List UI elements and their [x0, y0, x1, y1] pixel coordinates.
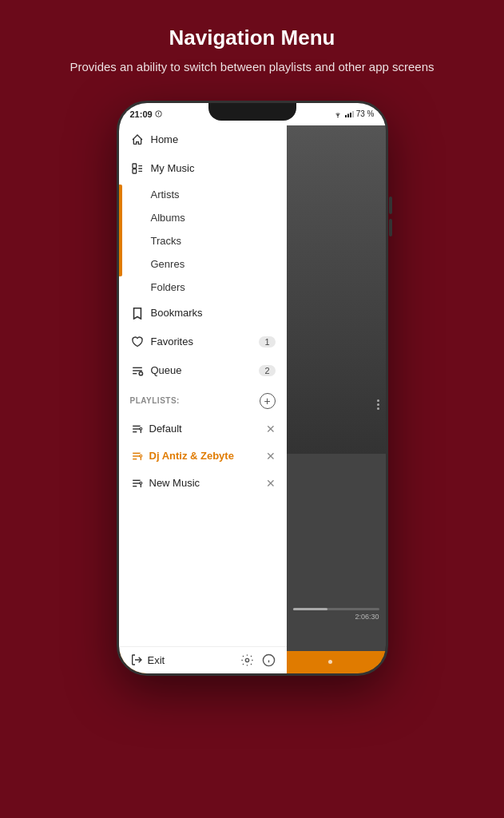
signal-icon	[345, 110, 354, 118]
bottom-nav-dot-3	[328, 660, 332, 664]
playlist-new-music[interactable]: New Music ✕	[119, 470, 287, 497]
nav-item-home[interactable]: Home	[119, 125, 287, 154]
playlist-default-label: Default	[149, 423, 261, 435]
bookmarks-label: Bookmarks	[151, 307, 276, 319]
phone-notch	[208, 103, 296, 121]
favorites-label: Favorites	[151, 336, 253, 347]
footer-icons	[240, 653, 276, 667]
playlist-icon-dj-antiz	[130, 449, 145, 463]
phone-frame: 21:09	[117, 101, 388, 676]
playlist-new-music-close[interactable]: ✕	[266, 477, 276, 490]
phone-mockup: 21:09	[117, 101, 388, 676]
active-indicator	[119, 185, 122, 276]
svg-rect-4	[345, 115, 347, 117]
page-subtitle: Provides an ability to switch between pl…	[69, 58, 434, 77]
playlist-default[interactable]: Default ✕	[119, 415, 287, 443]
status-icons: 73 %	[333, 109, 375, 118]
playlist-default-close[interactable]: ✕	[266, 423, 276, 435]
nav-sub-tracks[interactable]: Tracks	[119, 229, 287, 252]
playlists-header: PLAYLISTS: +	[119, 387, 287, 415]
nav-item-favorites[interactable]: Favorites 1	[119, 328, 287, 356]
svg-point-2	[158, 115, 159, 116]
playlist-dj-antiz-close[interactable]: ✕	[266, 450, 276, 463]
playlist-icon-new-music	[130, 476, 145, 490]
queue-badge: 2	[259, 365, 275, 376]
volume-down[interactable]	[389, 219, 392, 236]
info-button[interactable]	[262, 653, 276, 667]
svg-rect-5	[347, 113, 349, 117]
app-content-panel: 2:06:30 1.00 x	[287, 125, 386, 673]
svg-point-24	[139, 455, 141, 457]
page-header: Navigation Menu Provides an ability to s…	[38, 0, 466, 93]
playlist-icon-default	[130, 422, 145, 436]
svg-point-16	[139, 371, 142, 375]
battery-text: 73 %	[356, 109, 375, 118]
page-title: Navigation Menu	[69, 26, 434, 50]
nav-sub-folders[interactable]: Folders	[119, 276, 287, 299]
my-music-label: My Music	[151, 162, 276, 174]
playlist-dj-antiz-label: Dj Antiz & Zebyte	[149, 450, 261, 462]
exit-button[interactable]: Exit	[130, 653, 165, 666]
album-art-area	[287, 125, 386, 455]
svg-point-30	[245, 658, 248, 661]
home-icon	[130, 133, 145, 147]
svg-point-28	[139, 482, 141, 484]
alert-icon	[155, 110, 162, 117]
svg-rect-9	[133, 169, 137, 173]
svg-point-3	[337, 116, 339, 117]
svg-rect-6	[350, 113, 351, 117]
queue-label: Queue	[151, 364, 253, 376]
volume-up[interactable]	[389, 197, 392, 214]
more-options-icon[interactable]	[377, 399, 379, 410]
favorites-badge: 1	[259, 336, 275, 347]
svg-point-20	[139, 427, 141, 430]
exit-label: Exit	[148, 654, 165, 666]
nav-sub-albums[interactable]: Albums	[119, 206, 287, 229]
progress-time: 2:06:30	[293, 613, 379, 621]
status-time: 21:09	[130, 109, 162, 119]
progress-bar-background	[293, 608, 379, 610]
heart-icon	[130, 335, 145, 349]
info-icon	[262, 653, 276, 667]
nav-item-bookmarks[interactable]: Bookmarks	[119, 299, 287, 328]
playlists-label: PLAYLISTS:	[130, 396, 260, 405]
nav-item-queue[interactable]: Queue 2	[119, 356, 287, 385]
svg-rect-7	[352, 111, 354, 117]
nav-sub-artists[interactable]: Artists	[119, 183, 287, 206]
phone-content: Home My Music	[119, 125, 386, 673]
wifi-icon	[333, 110, 343, 118]
home-label: Home	[151, 133, 276, 145]
volume-buttons	[389, 197, 392, 236]
bookmark-icon	[130, 306, 145, 320]
playlist-new-music-label: New Music	[149, 477, 261, 489]
navigation-menu: Home My Music	[119, 125, 287, 673]
queue-icon	[130, 363, 145, 378]
svg-rect-8	[133, 164, 137, 168]
progress-area: 2:06:30	[287, 603, 386, 625]
playlist-dj-antiz[interactable]: Dj Antiz & Zebyte ✕	[119, 443, 287, 470]
music-library-icon	[130, 161, 145, 176]
nav-item-my-music[interactable]: My Music	[119, 154, 287, 183]
nav-sub-genres[interactable]: Genres	[119, 252, 287, 276]
exit-icon	[130, 653, 143, 666]
settings-button[interactable]	[240, 653, 254, 667]
nav-footer: Exit	[119, 646, 287, 673]
progress-bar-fill	[293, 608, 327, 610]
add-playlist-button[interactable]: +	[260, 393, 276, 409]
settings-icon	[240, 653, 254, 667]
